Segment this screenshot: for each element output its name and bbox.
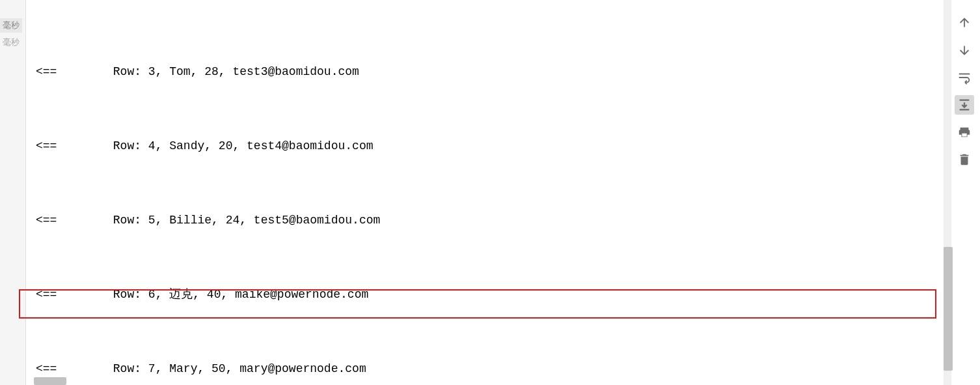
console-line: <== Row: 7, Mary, 50, mary@powernode.com (36, 356, 934, 378)
scroll-up-icon[interactable] (955, 13, 974, 33)
delete-icon[interactable] (955, 150, 974, 169)
scroll-down-icon[interactable] (955, 40, 974, 60)
console-line: <== Row: 6, 迈克, 40, maike@powernode.com (36, 282, 934, 307)
soft-wrap-icon[interactable] (955, 68, 974, 87)
vertical-scrollbar-thumb[interactable] (944, 247, 953, 371)
tab-label-2: 毫秒 (0, 35, 22, 50)
console-line: <== Row: 5, Billie, 24, test5@baomidou.c… (36, 208, 934, 233)
horizontal-scrollbar-thumb[interactable] (34, 377, 66, 385)
right-toolbar (951, 13, 977, 169)
tab-label-1: 毫秒 (0, 18, 22, 33)
scroll-to-end-icon[interactable] (955, 95, 974, 115)
left-gutter: 毫秒 毫秒 (0, 0, 26, 385)
console-line: <== Row: 4, Sandy, 20, test4@baomidou.co… (36, 134, 934, 158)
console-line: <== Row: 3, Tom, 28, test3@baomidou.com (36, 59, 934, 84)
print-icon[interactable] (955, 122, 974, 142)
console-output[interactable]: <== Row: 3, Tom, 28, test3@baomidou.com … (26, 0, 941, 378)
